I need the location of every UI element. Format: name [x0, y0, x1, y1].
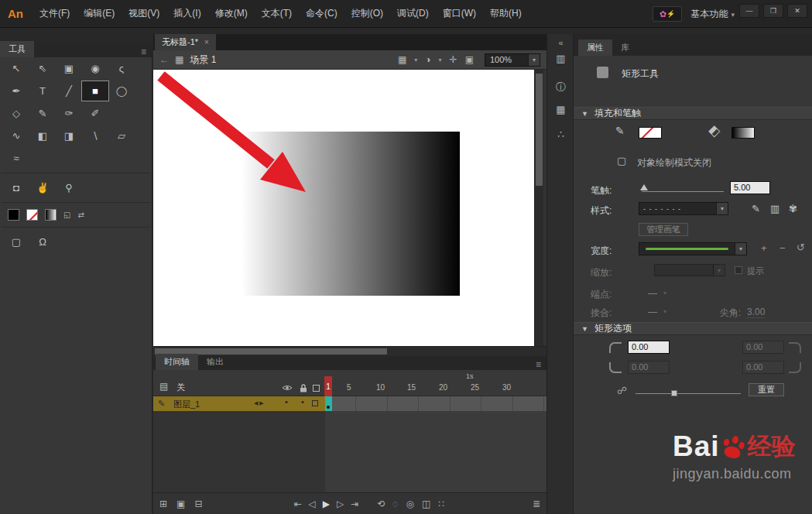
polystar-tool[interactable]: ◇ — [3, 104, 29, 123]
edit-stroke-style-icon[interactable]: ✎ — [752, 203, 760, 214]
film-icon[interactable]: ▤ — [159, 381, 168, 392]
corner-radius-slider-thumb[interactable] — [671, 390, 677, 396]
clip-content-icon[interactable]: ▣ — [465, 54, 474, 65]
advanced-layers-toggle[interactable]: 关 — [176, 382, 185, 393]
text-tool[interactable]: T — [29, 81, 56, 101]
subselection-tool[interactable]: ⇖ — [29, 59, 56, 78]
tab-properties[interactable]: 属性 — [578, 39, 612, 56]
width-tool[interactable]: ≈ — [3, 149, 29, 168]
step-back-button[interactable]: ◁ — [309, 499, 316, 509]
layer-row[interactable]: ✎ 图层_1 ◀ ▶ • • — [153, 396, 546, 411]
layer-visible-dot[interactable]: • — [285, 397, 288, 406]
brush-library-icon[interactable]: ▥ — [770, 203, 779, 214]
modify-markers-button[interactable]: ∷ — [438, 499, 444, 509]
panel-menu-icon[interactable]: ≡ — [536, 359, 541, 370]
tab-timeline[interactable]: 时间轴 — [156, 354, 198, 370]
chevron-down-icon[interactable]: ▾ — [439, 57, 442, 63]
back-icon[interactable]: ← — [159, 54, 169, 65]
menu-file[interactable]: 文件(F) — [33, 7, 77, 20]
asset-warp-tool[interactable]: ∿ — [3, 126, 29, 146]
menu-control[interactable]: 控制(O) — [344, 7, 390, 20]
layer-outline-swatch[interactable] — [312, 400, 318, 406]
tab-tools[interactable]: 工具 — [0, 41, 34, 57]
style-dropdown[interactable]: - - - - - - - ▾ — [639, 202, 728, 215]
reset-button[interactable]: 重置 — [749, 383, 784, 396]
layer-lock-dot[interactable]: • — [301, 397, 304, 406]
paint-brush-tool[interactable]: ✐ — [82, 104, 108, 123]
align-panel-icon[interactable]: ▥ — [547, 53, 574, 64]
layer-frames-strip[interactable] — [325, 396, 546, 411]
stroke-size-input[interactable]: 5.00 — [730, 181, 770, 194]
panel-menu-icon[interactable]: ≡ — [141, 46, 146, 57]
menu-help[interactable]: 帮助(H) — [483, 7, 529, 20]
layer-name[interactable]: 图层_1 — [173, 399, 200, 410]
document-tab[interactable]: 无标题-1* × — [155, 34, 216, 50]
stroke-color-swatch[interactable] — [8, 209, 19, 221]
manage-brushes-button[interactable]: 管理画笔 — [639, 223, 688, 236]
tab-library[interactable]: 库 — [612, 39, 638, 56]
hand-tool[interactable]: ✌ — [29, 178, 56, 197]
expand-dock-icon[interactable]: « — [547, 38, 574, 47]
object-drawing-toggle[interactable]: ▢ — [3, 232, 29, 252]
pencil-tool[interactable]: ✎ — [29, 104, 56, 123]
menu-modify[interactable]: 修改(M) — [208, 7, 255, 20]
new-layer-button[interactable]: ⊞ — [159, 499, 167, 509]
frames-area-empty[interactable] — [325, 411, 546, 492]
ink-bottle-tool[interactable]: ◨ — [56, 126, 82, 146]
menu-edit[interactable]: 编辑(E) — [77, 7, 122, 20]
zoom-select[interactable]: 100% ▾ — [485, 53, 540, 67]
gradient-swatch[interactable] — [45, 209, 57, 221]
menu-insert[interactable]: 插入(I) — [166, 7, 207, 20]
play-button[interactable]: ▶ — [323, 499, 330, 509]
object-drawing-icon[interactable]: ▢ — [617, 155, 626, 166]
reset-width-profile-icon[interactable]: ↺ — [797, 242, 805, 253]
zoom-tool[interactable]: ⚲ — [56, 178, 82, 197]
oval-tool[interactable]: ◯ — [108, 81, 135, 101]
delete-layer-button[interactable]: ⊟ — [194, 499, 202, 509]
center-stage-icon[interactable]: ✛ — [450, 54, 457, 65]
edit-multiple-frames-button[interactable]: ◫ — [422, 499, 430, 509]
section-rectangle-options[interactable]: ▼ 矩形选项 — [574, 322, 812, 335]
go-first-frame-button[interactable]: ⇤ — [293, 499, 301, 509]
onion-skin-outlines-button[interactable]: ◎ — [406, 499, 414, 509]
menu-view[interactable]: 视图(V) — [122, 7, 166, 20]
pen-tool[interactable]: ✒ — [3, 81, 29, 101]
lasso-tool[interactable]: ς — [108, 59, 135, 78]
selected-keyframe-cell[interactable] — [325, 396, 332, 411]
brush-tool[interactable]: ✑ — [56, 104, 82, 123]
layer-name-cell[interactable]: ✎ 图层_1 ◀ ▶ • • — [153, 396, 325, 411]
stroke-color-swatch[interactable] — [639, 127, 662, 139]
width-profile-dropdown[interactable]: ▾ — [639, 242, 747, 255]
menu-window[interactable]: 窗口(W) — [436, 7, 483, 20]
stroke-slider-thumb[interactable] — [640, 184, 648, 190]
chevron-down-icon[interactable]: ▾ — [716, 203, 728, 214]
close-button[interactable]: ✕ — [787, 4, 807, 18]
vertical-scrollbar-thumb[interactable] — [536, 74, 543, 186]
onion-skin-button[interactable]: ◌ — [392, 499, 398, 509]
default-colors-icon[interactable]: ◱ — [63, 211, 70, 219]
lock-corner-radius-icon[interactable]: ☍ — [617, 385, 627, 396]
sync-settings-button[interactable]: ✿ ⚡ — [653, 6, 682, 22]
outline-icon[interactable] — [313, 385, 320, 392]
eyedropper-tool[interactable]: ∖ — [82, 126, 108, 146]
delete-width-profile-icon[interactable]: − — [779, 242, 786, 254]
menu-debug[interactable]: 调试(D) — [390, 7, 436, 20]
selection-tool[interactable]: ↖ — [3, 59, 29, 78]
lock-icon[interactable] — [300, 383, 307, 392]
info-panel-icon[interactable]: ⓘ — [547, 81, 574, 94]
stroke-slider-track[interactable] — [642, 191, 724, 192]
edit-symbols-icon[interactable]: ◑ — [425, 54, 430, 65]
transform-panel-icon[interactable]: ▦ — [547, 104, 574, 115]
step-forward-button[interactable]: ▷ — [337, 499, 344, 509]
rectangle-tool[interactable]: ■ — [82, 81, 108, 101]
motion-presets-panel-icon[interactable]: ∴ — [547, 128, 574, 140]
timeline-options-icon[interactable]: ≣ — [533, 499, 540, 509]
swap-colors-icon[interactable]: ⇄ — [77, 211, 84, 219]
chevron-down-icon[interactable]: ▾ — [528, 54, 540, 66]
paint-brush-options-icon[interactable]: ✾ — [789, 203, 797, 214]
vertical-scrollbar[interactable] — [534, 70, 543, 346]
free-transform-tool[interactable]: ▣ — [56, 59, 82, 78]
corner-radius-slider-track[interactable] — [636, 393, 741, 394]
corner-radius-tl-input[interactable]: 0.00 — [628, 341, 670, 354]
paint-bucket-tool[interactable]: ◧ — [29, 126, 56, 146]
